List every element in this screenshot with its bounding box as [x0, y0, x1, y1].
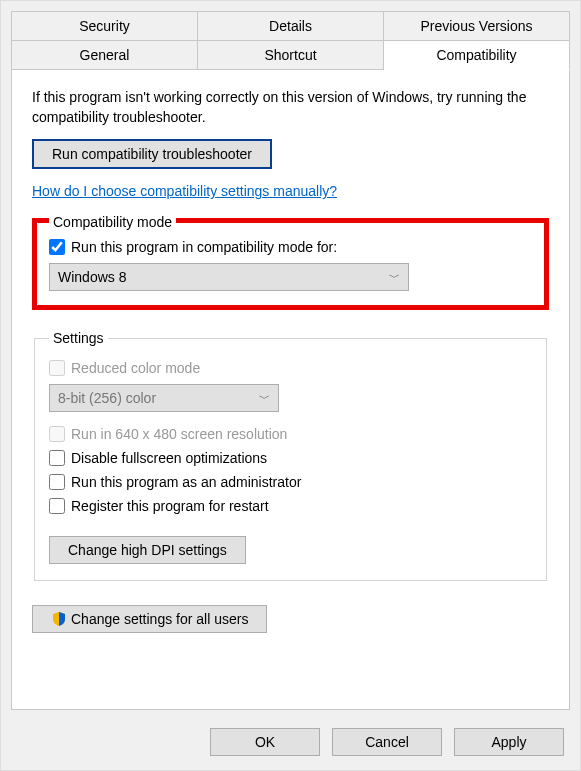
low-res-checkbox-row: Run in 640 x 480 screen resolution	[49, 426, 532, 442]
settings-group: Settings Reduced color mode 8-bit (256) …	[34, 330, 547, 581]
checkbox-label: Run in 640 x 480 screen resolution	[71, 426, 287, 442]
run-as-admin-checkbox-row[interactable]: Run this program as an administrator	[49, 474, 532, 490]
button-label: Change settings for all users	[71, 611, 248, 627]
checkbox-label: Disable fullscreen optimizations	[71, 450, 267, 466]
checkbox-label: Run this program in compatibility mode f…	[71, 239, 337, 255]
tab-previous-versions[interactable]: Previous Versions	[384, 11, 570, 41]
group-legend: Settings	[49, 330, 108, 346]
change-dpi-button[interactable]: Change high DPI settings	[49, 536, 246, 564]
tab-general[interactable]: General	[11, 41, 198, 70]
low-res-checkbox	[49, 426, 65, 442]
chevron-down-icon: ﹀	[259, 391, 270, 406]
checkbox-label: Reduced color mode	[71, 360, 200, 376]
button-label: Run compatibility troubleshooter	[52, 146, 252, 162]
properties-window: Security Details Previous Versions Gener…	[0, 0, 581, 771]
change-all-users-button[interactable]: Change settings for all users	[32, 605, 267, 633]
button-label: Cancel	[365, 734, 409, 750]
compat-mode-checkbox-row[interactable]: Run this program in compatibility mode f…	[49, 239, 532, 255]
button-label: OK	[255, 734, 275, 750]
checkbox-label: Run this program as an administrator	[71, 474, 301, 490]
dialog-action-bar: OK Cancel Apply	[210, 728, 564, 756]
compatibility-mode-group: Compatibility mode Run this program in c…	[32, 218, 549, 310]
link-label: How do I choose compatibility settings m…	[32, 183, 337, 199]
select-value: Windows 8	[58, 269, 126, 285]
select-value: 8-bit (256) color	[58, 390, 156, 406]
tab-shortcut[interactable]: Shortcut	[198, 41, 384, 70]
tab-label: Compatibility	[436, 47, 516, 63]
run-as-admin-checkbox[interactable]	[49, 474, 65, 490]
shield-icon	[51, 611, 67, 627]
checkbox-label: Register this program for restart	[71, 498, 269, 514]
color-depth-select: 8-bit (256) color ﹀	[49, 384, 279, 412]
tab-label: Shortcut	[264, 47, 316, 63]
chevron-down-icon: ﹀	[389, 270, 400, 285]
button-label: Change high DPI settings	[68, 542, 227, 558]
compat-os-select[interactable]: Windows 8 ﹀	[49, 263, 409, 291]
tab-compatibility[interactable]: Compatibility	[384, 41, 570, 70]
tab-details[interactable]: Details	[198, 11, 384, 41]
tab-label: Security	[79, 18, 130, 34]
register-restart-checkbox-row[interactable]: Register this program for restart	[49, 498, 532, 514]
ok-button[interactable]: OK	[210, 728, 320, 756]
tab-label: Details	[269, 18, 312, 34]
reduced-color-checkbox	[49, 360, 65, 376]
tab-security[interactable]: Security	[11, 11, 198, 41]
button-label: Apply	[491, 734, 526, 750]
tab-label: General	[80, 47, 130, 63]
compat-mode-checkbox[interactable]	[49, 239, 65, 255]
tab-panel-compatibility: If this program isn't working correctly …	[11, 70, 570, 710]
run-troubleshooter-button[interactable]: Run compatibility troubleshooter	[32, 139, 272, 169]
disable-fullscreen-checkbox-row[interactable]: Disable fullscreen optimizations	[49, 450, 532, 466]
intro-text: If this program isn't working correctly …	[32, 88, 549, 127]
register-restart-checkbox[interactable]	[49, 498, 65, 514]
reduced-color-checkbox-row: Reduced color mode	[49, 360, 532, 376]
cancel-button[interactable]: Cancel	[332, 728, 442, 756]
disable-fullscreen-checkbox[interactable]	[49, 450, 65, 466]
apply-button[interactable]: Apply	[454, 728, 564, 756]
group-legend: Compatibility mode	[49, 214, 176, 230]
tab-label: Previous Versions	[420, 18, 532, 34]
help-link[interactable]: How do I choose compatibility settings m…	[32, 183, 337, 199]
tab-strip: Security Details Previous Versions Gener…	[1, 1, 580, 70]
